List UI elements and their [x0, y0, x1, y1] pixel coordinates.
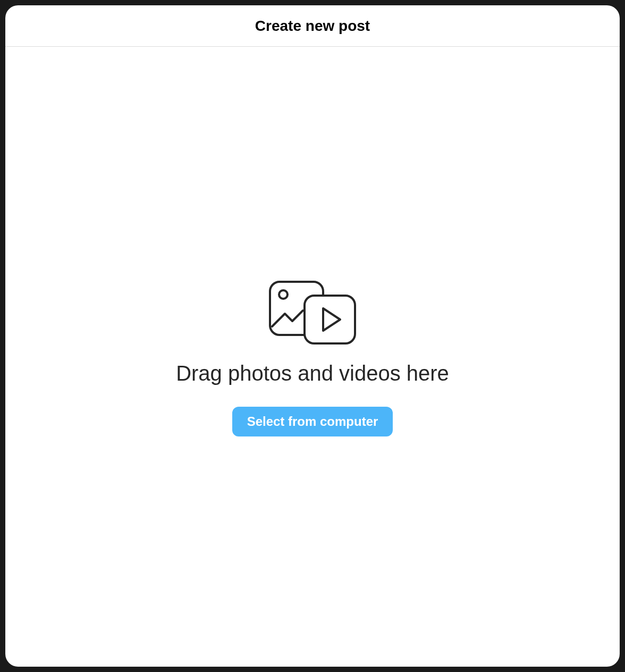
modal-body[interactable]: Drag photos and videos here Select from … — [5, 47, 620, 667]
select-from-computer-button[interactable]: Select from computer — [232, 407, 393, 436]
modal-header: Create new post — [5, 5, 620, 47]
svg-rect-2 — [305, 296, 355, 343]
svg-point-1 — [279, 290, 288, 299]
media-upload-icon — [265, 278, 360, 347]
drag-instruction-text: Drag photos and videos here — [176, 362, 449, 385]
modal-title: Create new post — [255, 18, 370, 35]
create-post-modal: Create new post Drag photos and videos h… — [5, 5, 620, 667]
